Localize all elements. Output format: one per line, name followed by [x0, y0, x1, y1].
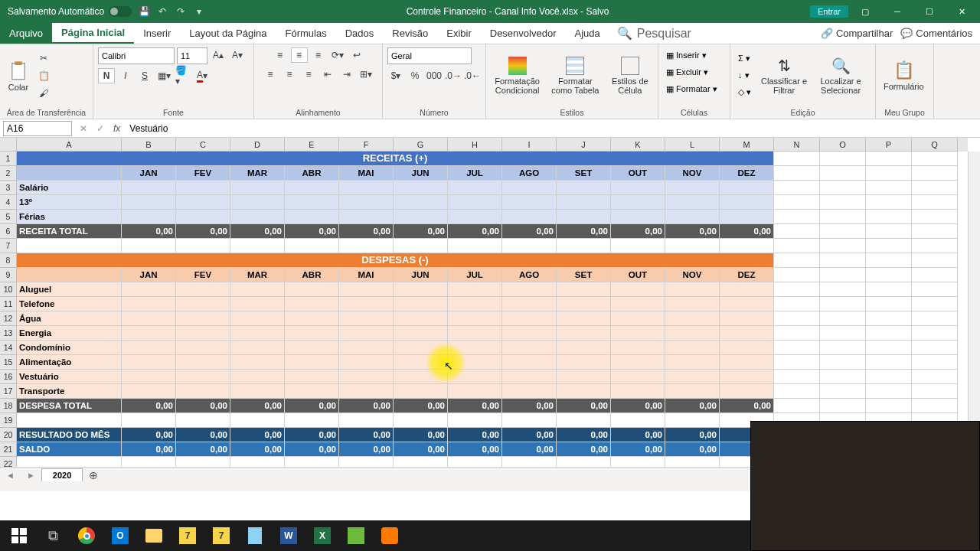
cell[interactable]	[502, 195, 557, 210]
cell[interactable]	[912, 166, 958, 181]
column-header[interactable]: P	[866, 138, 912, 152]
cell[interactable]	[912, 384, 958, 399]
clear-button[interactable]: ◇ ▾	[735, 85, 754, 100]
currency-icon[interactable]: $▾	[387, 68, 404, 83]
column-header[interactable]: N	[774, 138, 820, 152]
cell[interactable]	[448, 195, 502, 210]
cell[interactable]	[230, 355, 285, 370]
row-header[interactable]: 12	[0, 311, 17, 326]
cell[interactable]: DESPESAS (-)	[17, 253, 774, 268]
cell[interactable]	[820, 152, 866, 166]
cell[interactable]: FEV	[176, 268, 230, 282]
cell[interactable]: FEV	[176, 166, 230, 181]
find-select-button[interactable]: 🔍Localizar e Selecionar	[814, 55, 867, 96]
cell[interactable]	[394, 341, 448, 355]
cell[interactable]	[912, 355, 958, 370]
cell[interactable]	[17, 268, 122, 282]
cell[interactable]: DEZ	[720, 166, 774, 181]
align-left-icon[interactable]: ≡	[262, 67, 279, 82]
cell[interactable]	[285, 341, 339, 355]
cell[interactable]	[866, 268, 912, 282]
cell[interactable]: 0,00	[502, 442, 557, 457]
tab-formulas[interactable]: Fórmulas	[276, 23, 336, 44]
cell[interactable]	[502, 311, 557, 326]
orientation-icon[interactable]: ⟳▾	[329, 47, 346, 63]
tab-home[interactable]: Página Inicial	[52, 23, 134, 44]
cell[interactable]	[912, 326, 958, 341]
cells-area[interactable]: RECEITAS (+)JANFEVMARABRMAIJUNJULAGOSETO…	[17, 152, 968, 467]
cell[interactable]	[866, 311, 912, 326]
cell[interactable]: Aluguel	[17, 282, 122, 297]
format-cells-button[interactable]: ▦ Formatar ▾	[663, 81, 720, 96]
cell[interactable]	[820, 282, 866, 297]
cell[interactable]: AGO	[502, 268, 557, 282]
cell[interactable]	[285, 311, 339, 326]
cell[interactable]: Férias	[17, 210, 122, 224]
tab-developer[interactable]: Desenvolvedor	[481, 23, 566, 44]
cell[interactable]: 0,00	[230, 428, 285, 442]
cell[interactable]	[176, 355, 230, 370]
tab-view[interactable]: Exibir	[437, 23, 481, 44]
cell[interactable]	[557, 181, 611, 195]
comments-button[interactable]: 💬 Comentários	[900, 28, 972, 39]
cell[interactable]	[448, 355, 502, 370]
cell[interactable]: 0,00	[394, 442, 448, 457]
cell[interactable]	[820, 297, 866, 311]
cell[interactable]: Telefone	[17, 297, 122, 311]
tell-me-search[interactable]: 🔍 Pesquisar	[609, 23, 691, 44]
minimize-button[interactable]: ─	[882, 1, 913, 22]
align-top-icon[interactable]: ≡	[272, 47, 289, 63]
cell[interactable]: DEZ	[720, 268, 774, 282]
cell[interactable]: NOV	[665, 268, 720, 282]
cell[interactable]	[557, 341, 611, 355]
row-header[interactable]: 3	[0, 181, 17, 195]
cell[interactable]	[611, 282, 665, 297]
cell[interactable]	[502, 326, 557, 341]
cell[interactable]	[394, 181, 448, 195]
cell[interactable]	[774, 384, 820, 399]
cell[interactable]	[339, 282, 394, 297]
cell[interactable]	[774, 181, 820, 195]
font-color-button[interactable]: A▾	[194, 68, 211, 83]
excel-icon[interactable]: X	[305, 521, 339, 550]
cell[interactable]	[339, 370, 394, 384]
format-as-table-button[interactable]: Formatar como Tabela	[547, 55, 603, 96]
sort-filter-button[interactable]: ⇅Classificar e Filtrar	[757, 55, 811, 96]
cell[interactable]	[339, 195, 394, 210]
word-icon[interactable]: W	[272, 521, 305, 550]
cell[interactable]	[774, 326, 820, 341]
cell[interactable]: MAI	[339, 166, 394, 181]
cell[interactable]: 0,00	[230, 224, 285, 239]
cell[interactable]	[448, 282, 502, 297]
cell[interactable]	[176, 297, 230, 311]
column-header[interactable]: E	[285, 138, 339, 152]
cell[interactable]	[611, 355, 665, 370]
merge-center-icon[interactable]: ⊞▾	[358, 67, 374, 82]
cell[interactable]	[912, 311, 958, 326]
cell[interactable]	[820, 239, 866, 253]
cell[interactable]: Alimentação	[17, 355, 122, 370]
cell[interactable]	[339, 355, 394, 370]
cell[interactable]: AGO	[502, 166, 557, 181]
cell[interactable]	[122, 384, 176, 399]
row-header[interactable]: 10	[0, 282, 17, 297]
cell[interactable]	[230, 413, 285, 428]
cell[interactable]	[665, 282, 720, 297]
cell[interactable]: 0,00	[557, 399, 611, 413]
cell[interactable]	[448, 341, 502, 355]
cell[interactable]	[502, 457, 557, 467]
cell[interactable]	[912, 341, 958, 355]
cell[interactable]	[448, 384, 502, 399]
cell[interactable]	[866, 253, 912, 268]
delete-cells-button[interactable]: ▦ Excluir ▾	[663, 64, 711, 80]
row-header[interactable]: 18	[0, 399, 17, 413]
cell[interactable]	[285, 457, 339, 467]
column-header[interactable]: G	[394, 138, 448, 152]
row-header[interactable]: 20	[0, 428, 17, 442]
qat-more-icon[interactable]: ▾	[193, 5, 205, 18]
insert-cells-button[interactable]: ▦ Inserir ▾	[663, 47, 710, 63]
cell[interactable]	[230, 311, 285, 326]
cell[interactable]	[820, 166, 866, 181]
cell[interactable]	[339, 311, 394, 326]
share-button[interactable]: 🔗 Compartilhar	[821, 28, 893, 39]
